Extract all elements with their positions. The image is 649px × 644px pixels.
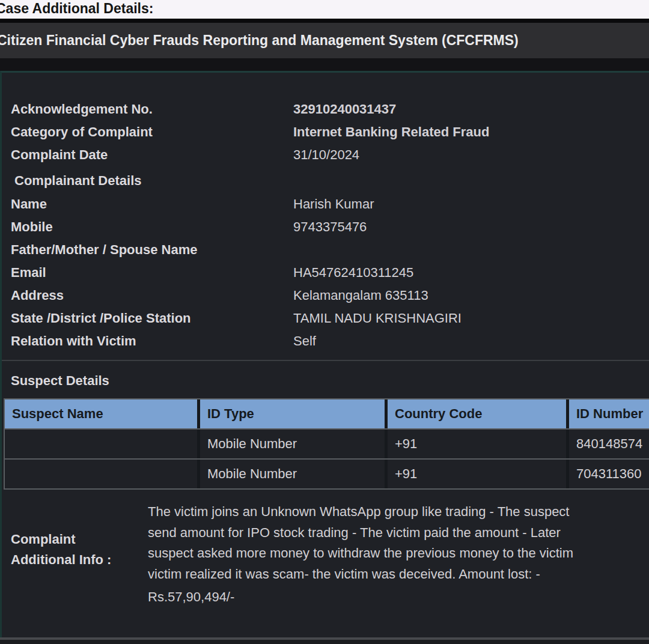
field-value: TAMIL NADU KRISHNAGIRI xyxy=(293,311,462,326)
field-label: Address xyxy=(11,288,293,303)
column-header-suspect-name: Suspect Name xyxy=(5,399,197,428)
cell-id-type: Mobile Number xyxy=(197,430,385,458)
page-title-bar: Case Additional Details: xyxy=(0,0,649,19)
field-label: Category of Complaint xyxy=(11,124,293,140)
field-row-category: Category of Complaint Internet Banking R… xyxy=(11,121,649,144)
field-row-complaint-date: Complaint Date 31/10/2024 xyxy=(11,144,649,166)
header-gap xyxy=(0,58,649,71)
field-row-father-mother-spouse: Father/Mother / Spouse Name xyxy=(11,238,649,261)
table-row: Mobile Number +91 704311360 xyxy=(5,458,649,488)
field-label: Father/Mother / Spouse Name xyxy=(11,242,293,258)
complaint-label-line1: Complaint xyxy=(11,529,148,550)
complaint-label-line2: Additional Info : xyxy=(11,550,148,570)
bottom-background xyxy=(0,640,649,644)
column-header-id-type: ID Type xyxy=(197,399,385,428)
field-label: Relation with Victim xyxy=(11,333,293,349)
field-row-mobile: Mobile 9743375476 xyxy=(11,216,649,238)
cell-suspect-name xyxy=(5,460,197,488)
suspect-table-header-row: Suspect Name ID Type Country Code ID Num… xyxy=(5,399,649,428)
field-value: Harish Kumar xyxy=(293,196,374,212)
field-value: Internet Banking Related Fraud xyxy=(293,124,489,140)
field-label: Mobile xyxy=(11,219,293,235)
section-divider xyxy=(0,360,649,361)
complaint-additional-info-section: Complaint Additional Info : The victim j… xyxy=(11,502,649,608)
title-divider xyxy=(0,19,649,23)
field-row-name: Name Harish Kumar xyxy=(11,193,649,216)
complaint-additional-info-label: Complaint Additional Info : xyxy=(11,529,148,608)
field-row-state-district-ps: State /District /Police Station TAMIL NA… xyxy=(11,307,649,330)
report-panel: Acknowledgement No. 32910240031437 Categ… xyxy=(0,71,649,637)
complaint-text-line: send amount for IPO stock trading - The … xyxy=(148,523,573,544)
field-row-email: Email HA54762410311245 xyxy=(11,261,649,284)
field-value: 9743375476 xyxy=(293,219,367,235)
field-value: Self xyxy=(293,333,316,349)
cell-id-type: Mobile Number xyxy=(197,460,385,488)
table-row: Mobile Number +91 840148574 xyxy=(5,428,649,458)
complaint-text-line: victim realized it was scam- the victim … xyxy=(148,564,573,585)
column-header-id-number: ID Number xyxy=(566,399,649,428)
column-header-country-code: Country Code xyxy=(385,399,566,428)
field-value: 32910240031437 xyxy=(293,102,396,117)
complainant-details-heading: Complainant Details xyxy=(11,169,649,193)
field-label: State /District /Police Station xyxy=(11,311,293,326)
field-value: 31/10/2024 xyxy=(293,147,359,163)
cell-suspect-name xyxy=(5,430,197,458)
suspect-table: Suspect Name ID Type Country Code ID Num… xyxy=(4,398,649,490)
cell-id-number: 704311360 xyxy=(566,460,649,488)
complaint-additional-info-text: The victim joins an Unknown WhatsApp gro… xyxy=(148,502,573,608)
field-row-address: Address Kelamangalam 635113 xyxy=(11,284,649,307)
field-row-relation-with-victim: Relation with Victim Self xyxy=(11,330,649,353)
cell-country-code: +91 xyxy=(385,460,566,488)
cell-id-number: 840148574 xyxy=(566,430,649,458)
system-header-bar: Citizen Financial Cyber Frauds Reporting… xyxy=(0,23,649,58)
page-title: Case Additional Details: xyxy=(0,0,153,17)
suspect-details-heading: Suspect Details xyxy=(11,373,649,389)
field-label: Acknowledgement No. xyxy=(11,102,293,117)
cell-country-code: +91 xyxy=(385,430,566,458)
field-value: Kelamangalam 635113 xyxy=(293,288,428,303)
complaint-text-line: Rs.57,90,494/- xyxy=(148,587,573,608)
field-label: Complaint Date xyxy=(11,147,293,163)
complaint-text-line: suspect asked more money to withdraw the… xyxy=(148,543,573,564)
field-value: HA54762410311245 xyxy=(293,265,413,281)
field-row-acknowledgement: Acknowledgement No. 32910240031437 xyxy=(11,98,649,121)
field-label: Email xyxy=(11,265,293,281)
field-label: Name xyxy=(11,196,293,212)
system-header-title: Citizen Financial Cyber Frauds Reporting… xyxy=(0,32,519,49)
complaint-text-line: The victim joins an Unknown WhatsApp gro… xyxy=(148,502,573,523)
